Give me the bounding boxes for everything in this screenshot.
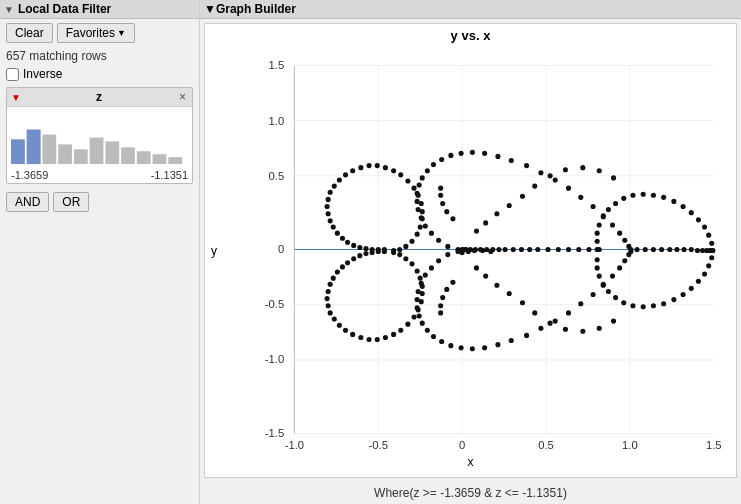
right-panel: ▼ Graph Builder y vs. x y 1.5 1.0 0.5 0 … xyxy=(200,0,741,504)
svg-point-194 xyxy=(397,247,402,252)
svg-point-45 xyxy=(578,195,583,200)
svg-point-126 xyxy=(689,210,694,215)
svg-point-167 xyxy=(335,231,340,236)
svg-point-280 xyxy=(450,280,455,285)
svg-point-60 xyxy=(417,182,422,187)
svg-point-96 xyxy=(420,321,425,326)
filter-dropdown-icon: ▼ xyxy=(11,92,21,103)
svg-point-281 xyxy=(444,287,449,292)
svg-point-248 xyxy=(556,247,561,252)
svg-point-178 xyxy=(358,165,363,170)
svg-point-273 xyxy=(483,274,488,279)
svg-rect-8 xyxy=(137,151,151,164)
svg-point-46 xyxy=(566,186,571,191)
svg-point-86 xyxy=(524,333,529,338)
axis-label-x: x xyxy=(468,455,474,469)
svg-point-186 xyxy=(416,193,421,198)
svg-point-236 xyxy=(468,247,473,252)
svg-point-67 xyxy=(436,238,441,243)
svg-point-254 xyxy=(548,173,553,178)
svg-point-154 xyxy=(606,289,611,294)
svg-point-226 xyxy=(420,284,425,289)
svg-point-134 xyxy=(613,201,618,206)
svg-point-263 xyxy=(474,229,479,234)
graph-area: y vs. x y 1.5 1.0 0.5 0 -0.5 -1.0 -1.5 -… xyxy=(204,23,737,478)
svg-point-153 xyxy=(613,295,618,300)
svg-point-55 xyxy=(448,153,453,158)
svg-point-123 xyxy=(706,233,711,238)
svg-point-212 xyxy=(337,323,342,328)
svg-point-151 xyxy=(630,303,635,308)
svg-point-278 xyxy=(438,193,443,198)
svg-point-172 xyxy=(326,197,331,202)
svg-point-170 xyxy=(326,211,331,216)
svg-point-271 xyxy=(507,291,512,296)
right-panel-title: Graph Builder xyxy=(216,2,296,16)
svg-point-205 xyxy=(331,276,336,281)
svg-point-111 xyxy=(667,247,672,252)
filter-card-header: ▼ z × xyxy=(7,88,192,107)
svg-point-42 xyxy=(610,222,615,227)
or-button[interactable]: OR xyxy=(53,192,89,212)
inverse-checkbox[interactable] xyxy=(6,68,19,81)
svg-rect-5 xyxy=(90,137,104,164)
svg-point-149 xyxy=(651,303,656,308)
svg-point-168 xyxy=(331,224,336,229)
svg-point-245 xyxy=(527,247,532,252)
filter-close-button[interactable]: × xyxy=(177,90,188,104)
svg-point-189 xyxy=(420,216,425,221)
svg-point-257 xyxy=(597,168,602,173)
svg-point-136 xyxy=(601,214,606,219)
svg-point-228 xyxy=(415,268,420,273)
svg-point-244 xyxy=(519,247,524,252)
svg-point-198 xyxy=(370,250,375,255)
svg-point-258 xyxy=(611,175,616,180)
histogram-svg xyxy=(11,109,188,165)
svg-point-279 xyxy=(438,186,443,191)
svg-point-102 xyxy=(423,273,428,278)
svg-point-48 xyxy=(538,170,543,175)
svg-point-44 xyxy=(591,204,596,209)
svg-point-152 xyxy=(621,300,626,305)
svg-point-105 xyxy=(445,252,450,257)
svg-point-232 xyxy=(391,250,396,255)
svg-point-175 xyxy=(337,177,342,182)
svg-rect-10 xyxy=(168,157,182,164)
svg-point-127 xyxy=(681,204,686,209)
svg-point-79 xyxy=(610,274,615,279)
svg-point-94 xyxy=(431,334,436,339)
svg-point-142 xyxy=(706,263,711,268)
left-panel-title: Local Data Filter xyxy=(18,2,111,16)
svg-point-104 xyxy=(436,258,441,263)
svg-point-49 xyxy=(524,163,529,168)
svg-point-261 xyxy=(494,211,499,216)
svg-text:-1.5: -1.5 xyxy=(265,427,284,439)
svg-point-262 xyxy=(483,220,488,225)
favorites-button[interactable]: Favorites ▼ xyxy=(57,23,135,43)
svg-point-53 xyxy=(470,150,475,155)
svg-point-206 xyxy=(328,282,333,287)
svg-point-93 xyxy=(439,339,444,344)
svg-point-193 xyxy=(403,244,408,249)
svg-point-240 xyxy=(490,247,495,252)
svg-point-270 xyxy=(520,300,525,305)
svg-point-88 xyxy=(495,342,500,347)
svg-point-253 xyxy=(532,184,537,189)
svg-point-65 xyxy=(423,223,428,228)
svg-point-169 xyxy=(328,218,333,223)
svg-point-177 xyxy=(350,168,355,173)
svg-point-59 xyxy=(420,175,425,180)
and-button[interactable]: AND xyxy=(6,192,49,212)
svg-point-68 xyxy=(445,244,450,249)
svg-point-83 xyxy=(566,310,571,315)
svg-point-147 xyxy=(671,297,676,302)
svg-point-109 xyxy=(651,247,656,252)
inverse-label: Inverse xyxy=(23,67,62,81)
svg-point-190 xyxy=(418,224,423,229)
svg-point-246 xyxy=(535,247,540,252)
clear-button[interactable]: Clear xyxy=(6,23,53,43)
logic-row: AND OR xyxy=(0,188,199,216)
svg-point-275 xyxy=(450,216,455,221)
svg-point-95 xyxy=(425,328,430,333)
svg-point-77 xyxy=(622,258,627,263)
